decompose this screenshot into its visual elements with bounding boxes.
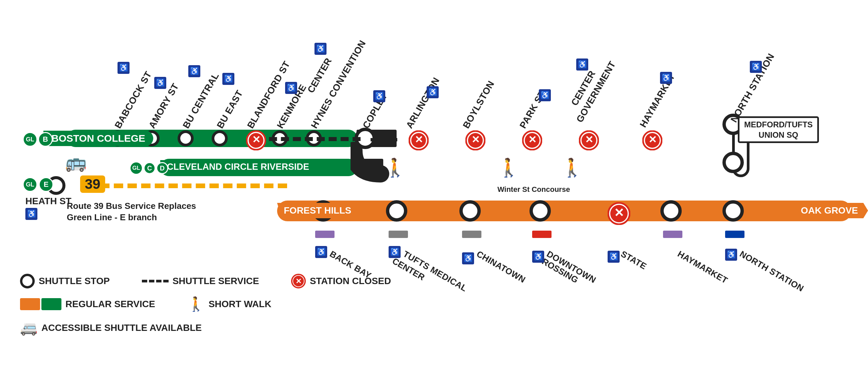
north-station-green-access: ♿ [750, 61, 762, 73]
chinatown-label: CHINATOWN [475, 249, 527, 285]
svg-text:✕: ✕ [296, 277, 302, 285]
svg-text:✕: ✕ [415, 134, 423, 145]
svg-text:✕: ✕ [528, 134, 536, 145]
legend-short-walk: 🚶 SHORT WALK [187, 296, 271, 312]
cleveland-label: CLEVELAND CIRCLE RIVERSIDE [160, 160, 316, 174]
downtown-crossing-circle [529, 200, 551, 222]
blandford-closed: ✕ [246, 130, 266, 150]
amory-access: ♿ [154, 77, 166, 89]
arlington-access: ♿ [427, 86, 439, 98]
north-station-orange-access: ♿ [725, 249, 737, 261]
legend-shuttle-stop-icon [20, 274, 35, 288]
state-label: STATE [619, 249, 648, 272]
haymarket-orange-label: HAYMARKET [676, 249, 730, 286]
legend-walk-icon: 🚶 [187, 296, 205, 312]
bu-central-circle [178, 130, 194, 146]
boylston-label: BOYLSTON [461, 79, 496, 130]
shuttle-dashed-junction [371, 138, 397, 141]
svg-text:✕: ✕ [585, 134, 593, 145]
gov-center-closed: ✕ [579, 130, 599, 150]
tufts-access: ♿ [389, 246, 401, 258]
state-access: ♿ [608, 251, 620, 263]
north-station-orange-label: NORTH STATION [738, 249, 806, 294]
medford-label: MEDFORD/TUFTSUNION SQ [738, 116, 819, 143]
park-st-closed: ✕ [522, 130, 542, 150]
gov-center-access: ♿ [576, 58, 588, 70]
tufts-color-bar [389, 231, 408, 238]
route-39-description: Route 39 Bus Service ReplacesGreen Line … [67, 201, 196, 223]
haymarket-green-access: ♿ [660, 72, 672, 84]
gl-cd-badge: GL C D [129, 162, 168, 175]
bu-central-label: BU CENTRAL [181, 71, 221, 130]
chinatown-circle [459, 200, 481, 222]
gl-b-badge: GL B [23, 132, 53, 147]
svg-text:✕: ✕ [471, 134, 480, 145]
svg-text:✕: ✕ [614, 206, 624, 220]
back-bay-access: ♿ [315, 246, 327, 258]
heath-st-label: HEATH ST [25, 196, 71, 206]
park-st-access: ♿ [539, 89, 551, 101]
back-bay-color-bar [315, 231, 335, 238]
legend-shuttle-service: SHUTTLE SERVICE [142, 276, 259, 286]
chinatown-color-bar [462, 231, 482, 238]
gl-e-badge: GL E [23, 177, 54, 192]
walk-icon-3: 🚶 [561, 157, 583, 178]
svg-text:✕: ✕ [648, 134, 657, 145]
haymarket-orange-color-bar [663, 231, 682, 238]
forest-hills-label: FOREST HILLS [277, 203, 358, 218]
tufts-circle [386, 200, 407, 222]
legend-regular-service: REGULAR SERVICE [20, 298, 155, 310]
legend-closed-icon: ✕ [291, 274, 306, 288]
legend-station-closed: ✕ STATION CLOSED [291, 274, 391, 288]
svg-text:✕: ✕ [252, 134, 260, 145]
arlington-closed: ✕ [409, 130, 429, 150]
bus-icon: 🚌 [65, 152, 87, 172]
bu-central-access: ♿ [188, 65, 200, 77]
copley-access: ♿ [373, 90, 385, 102]
walk-icon-2: 🚶 [497, 157, 520, 178]
boylston-closed: ✕ [465, 130, 486, 150]
legend: SHUTTLE STOP SHUTTLE SERVICE ✕ STATION C… [20, 274, 391, 343]
bu-east-label: BU EAST [215, 89, 245, 130]
legend-dashed-icon [142, 280, 168, 282]
legend-vehicle-icon: 🚐 [20, 319, 37, 336]
legend-green-icon [41, 298, 61, 310]
north-station-orange-circle [722, 200, 744, 222]
bus-39-dashed-line [100, 183, 287, 188]
orange-line-track [277, 201, 851, 221]
north-station-color-bar [725, 231, 744, 238]
babcock-access: ♿ [118, 62, 129, 74]
legend-shuttle-stop: SHUTTLE STOP [20, 274, 110, 288]
haymarket-orange-circle [660, 200, 682, 222]
map-container: GL B BOSTON COLLEGE GL C D CLEVELAND CIR… [0, 0, 868, 370]
north-station-green-circle-bottom [722, 152, 744, 173]
hynes-access: ♿ [314, 43, 327, 55]
shuttle-dashed-line [257, 137, 361, 141]
route-39-badge: 39 [80, 175, 105, 193]
bu-east-access: ♿ [222, 73, 235, 85]
legend-accessible-shuttle: 🚐 ACCESSIBLE SHUTTLE AVAILABLE [20, 319, 202, 336]
arlington-label: ARLINGTON [404, 76, 442, 130]
heath-accessibility-icon: ♿ [25, 208, 37, 220]
winter-st-label: Winter St Concourse [497, 185, 570, 194]
oak-grove-label: OAK GROVE [794, 203, 868, 218]
walk-icon-1: 🚶 [384, 157, 406, 178]
bu-east-circle [212, 130, 228, 146]
babcock-label: BABCOCK ST [113, 69, 154, 130]
kenmore-access: ♿ [285, 82, 297, 94]
downtown-color-bar [532, 231, 552, 238]
state-closed: ✕ [608, 202, 630, 225]
haymarket-green-closed: ✕ [642, 130, 662, 150]
downtown-access: ♿ [532, 251, 544, 263]
legend-orange-icon [20, 298, 40, 310]
boston-college-label: BOSTON COLLEGE [43, 131, 153, 146]
chinatown-access: ♿ [462, 252, 474, 264]
